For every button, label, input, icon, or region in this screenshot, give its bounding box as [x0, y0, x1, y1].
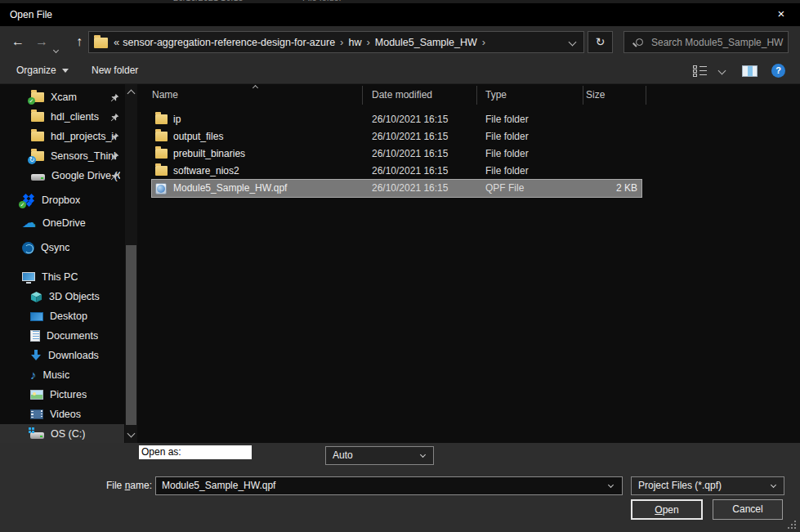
qpf-file-icon [155, 183, 167, 194]
sidebar-item-sensors-think[interactable]: ↻ Sensors_Think_C [0, 146, 124, 166]
back-icon: ← [11, 34, 25, 48]
folder-icon [155, 166, 168, 176]
pin-icon [110, 113, 119, 122]
close-button[interactable]: × [762, 3, 800, 26]
file-type-select[interactable]: Project Files (*.qpf) [631, 476, 784, 495]
forward-button[interactable]: → [31, 31, 52, 52]
scrollbar-thumb[interactable] [126, 245, 136, 425]
sidebar-item-videos[interactable]: Videos [0, 405, 124, 424]
new-folder-button[interactable]: New folder [92, 57, 138, 84]
file-row-software-nios2[interactable]: software_nios2 26/10/2021 16:15 File fol… [152, 163, 641, 180]
sidebar-item-qsync[interactable]: Qsync [0, 238, 124, 257]
open-button[interactable]: Open [631, 499, 703, 520]
os-drive-icon [30, 432, 44, 439]
sidebar-item-pictures[interactable]: Pictures [0, 385, 124, 405]
resize-grip[interactable] [788, 521, 796, 529]
folder-icon [31, 112, 44, 122]
sync-badge-icon: ↻ [28, 156, 36, 164]
dialog-content: ✓ Xcam hdl_clients hdl_projects_int ↻ Se… [0, 84, 800, 443]
sidebar-item-3d-objects[interactable]: 3D Objects [0, 287, 124, 306]
search-placeholder: Search Module5_Sample_HW [651, 37, 783, 48]
sort-ascending-icon [253, 85, 258, 91]
open-as-label: Open as: [139, 445, 252, 459]
check-badge-icon: ✓ [19, 201, 26, 208]
sidebar-item-dropbox[interactable]: ✓ Dropbox [0, 190, 124, 210]
search-input[interactable]: Search Module5_Sample_HW [623, 31, 789, 53]
navigation-pane: ✓ Xcam hdl_clients hdl_projects_int ↻ Se… [0, 84, 137, 443]
sidebar-item-hdl-projects[interactable]: hdl_projects_int [0, 127, 124, 146]
column-header-size[interactable]: Size [586, 89, 605, 101]
navigation-bar: ← → ↑ « sensor-aggregation-reference-des… [0, 26, 800, 57]
pin-icon [110, 132, 119, 141]
up-button[interactable]: ↑ [69, 31, 90, 52]
refresh-icon: ↻ [596, 35, 606, 48]
organize-label: Organize [16, 65, 56, 76]
drive-icon [31, 174, 45, 181]
computer-icon [22, 272, 35, 281]
up-icon: ↑ [76, 34, 83, 48]
chevron-down-icon [608, 482, 614, 488]
view-dropdown-icon[interactable] [718, 67, 726, 75]
open-as-value: Auto [333, 449, 353, 461]
sidebar-scrollbar[interactable] [125, 84, 137, 443]
sidebar-item-google-drive[interactable]: Google Drive (G:) [0, 166, 124, 186]
sidebar-item-this-pc[interactable]: This PC [0, 267, 124, 287]
file-type-value: Project Files (*.qpf) [638, 480, 722, 491]
back-button[interactable]: ← [7, 31, 29, 52]
column-header-date-modified[interactable]: Date modified [372, 89, 432, 101]
sidebar-item-os-c[interactable]: OS (C:) [0, 424, 124, 443]
recent-locations-button[interactable] [54, 41, 58, 56]
folder-icon [31, 132, 44, 141]
file-row-ip[interactable]: ip 26/10/2021 16:15 File folder [152, 111, 641, 128]
search-icon [636, 38, 643, 46]
breadcrumb-item-repo[interactable]: sensor-aggregation-reference-design-for-… [123, 37, 335, 48]
sidebar-item-documents[interactable]: Documents [0, 326, 124, 346]
desktop-icon [30, 312, 43, 321]
open-file-dialog: 26/10/2021 16:15 File folder Open File ×… [0, 0, 800, 532]
open-as-select[interactable]: Auto [325, 446, 434, 465]
column-header-type[interactable]: Type [485, 89, 507, 101]
title-bar: Open File × [0, 3, 800, 26]
pin-icon [110, 172, 119, 181]
dialog-footer: Open as: Auto File name: Module5_Sample_… [0, 443, 800, 532]
qsync-icon [22, 242, 34, 254]
music-note-icon: ♪ [30, 369, 37, 381]
pin-icon [110, 152, 119, 161]
file-row-module5-sample-hw-selected[interactable]: Module5_Sample_HW.qpf 26/10/2021 16:15 Q… [152, 180, 641, 197]
breadcrumb[interactable]: « sensor-aggregation-reference-design-fo… [88, 31, 584, 53]
command-toolbar: Organize New folder ? [0, 57, 800, 84]
document-icon [30, 330, 40, 342]
dialog-title: Open File [10, 9, 52, 20]
file-name-value: Module5_Sample_HW.qpf [162, 480, 275, 491]
breadcrumb-item-hw[interactable]: hw [348, 37, 361, 48]
file-row-prebuilt-binaries[interactable]: prebuilt_binaries 26/10/2021 16:15 File … [152, 145, 641, 163]
folder-icon [155, 132, 168, 141]
sidebar-item-desktop[interactable]: Desktop [0, 306, 124, 326]
background-text-fragment: 26/10/2021 16:15 [173, 0, 244, 2]
address-dropdown-icon[interactable] [569, 38, 577, 47]
chevron-down-icon [771, 482, 776, 488]
file-name-input[interactable]: Module5_Sample_HW.qpf [155, 476, 623, 495]
scroll-up-icon[interactable] [127, 90, 136, 98]
cancel-button[interactable]: Cancel [713, 499, 783, 520]
sidebar-item-downloads[interactable]: Downloads [0, 346, 124, 365]
sidebar-item-hdl-clients[interactable]: hdl_clients [0, 107, 124, 127]
column-header-name[interactable]: Name [152, 89, 178, 101]
sidebar-item-music[interactable]: ♪ Music [0, 365, 124, 385]
breadcrumb-item-module5[interactable]: Module5_Sample_HW [375, 37, 477, 48]
onedrive-cloud-icon: ☁ [22, 217, 36, 229]
collapsed-crumbs-icon[interactable]: « [114, 36, 119, 48]
chevron-down-icon [420, 452, 426, 458]
crumb-separator-icon: › [482, 36, 485, 48]
organize-button[interactable]: Organize [16, 57, 69, 84]
details-view-icon[interactable] [693, 65, 707, 77]
file-row-output-files[interactable]: output_files 26/10/2021 16:15 File folde… [152, 128, 641, 145]
help-icon: ? [775, 65, 781, 75]
close-icon: × [778, 7, 785, 20]
preview-pane-icon[interactable] [742, 65, 758, 77]
sidebar-item-onedrive[interactable]: ☁ OneDrive [0, 213, 124, 233]
refresh-button[interactable]: ↻ [588, 31, 613, 53]
scroll-down-icon[interactable] [127, 430, 136, 438]
help-button[interactable]: ? [771, 64, 785, 78]
sidebar-item-xcam[interactable]: ✓ Xcam [0, 87, 124, 107]
